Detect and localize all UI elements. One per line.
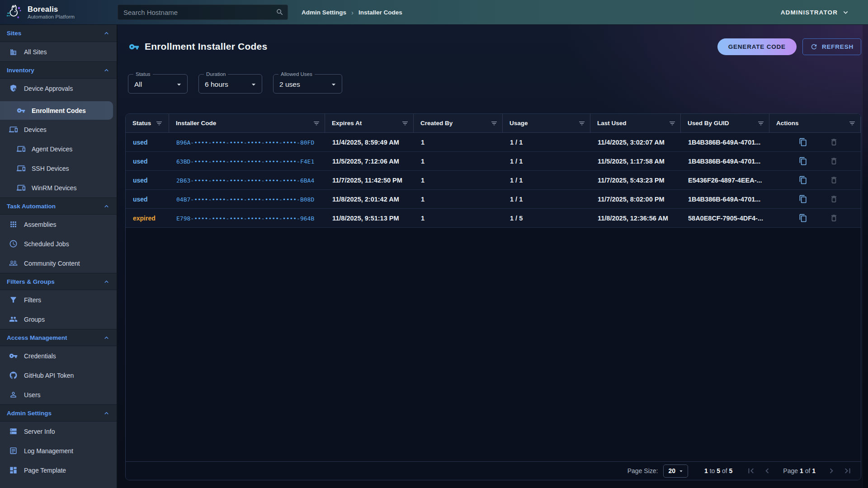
filter-lines-icon [401, 120, 409, 127]
created-by: 1 [414, 139, 503, 146]
table-row[interactable]: used2B63-••••-••••-••••-••••-••••-••••-6… [126, 171, 861, 190]
column-label: Status [132, 120, 151, 127]
sidebar-item-scheduled-jobs[interactable]: Scheduled Jobs [0, 234, 117, 253]
copy-code-button[interactable] [797, 194, 808, 205]
user-menu[interactable]: ADMINISTRATOR [781, 8, 868, 17]
table-row[interactable]: used63BD-••••-••••-••••-••••-••••-••••-F… [126, 152, 861, 171]
sidebar-item-assemblies[interactable]: Assemblies [0, 215, 117, 234]
next-page-button[interactable] [826, 466, 836, 476]
status-badge: expired [133, 215, 156, 222]
table-row[interactable]: usedB96A-••••-••••-••••-••••-••••-••••-8… [126, 133, 861, 152]
sidebar-item-log-management[interactable]: Log Management [0, 441, 117, 460]
sidebar-item-label: Device Approvals [24, 85, 73, 92]
duration-filter-select[interactable]: Duration 6 hours [198, 75, 262, 94]
sidebar-item-credentials[interactable]: Credentials [0, 346, 117, 366]
sidebar-item-community-content[interactable]: Community Content [0, 253, 117, 273]
used-by-guid: E5436F26-4897-4EEA-... [681, 177, 769, 184]
refresh-button[interactable]: REFRESH [802, 38, 861, 55]
breadcrumb-installer-codes[interactable]: Installer Codes [359, 9, 402, 16]
table-row[interactable]: used04B7-••••-••••-••••-••••-••••-••••-B… [126, 190, 861, 209]
page-header: Enrollment Installer Codes GENERATE CODE… [125, 38, 861, 55]
row-range-text: 1 to 5 of 5 [704, 467, 732, 474]
sidebar-item-winrm-devices[interactable]: WinRM Devices [0, 178, 117, 197]
column-header-actions[interactable]: Actions [769, 114, 861, 132]
sidebar-item-server-info[interactable]: Server Info [0, 422, 117, 441]
page-size-value: 20 [668, 467, 675, 474]
sidebar-section-label: Task Automation [7, 203, 56, 210]
sidebar-section-filters-groups[interactable]: Filters & Groups [0, 273, 117, 290]
sidebar-item-label: WinRM Devices [32, 184, 77, 192]
delete-code-button[interactable] [828, 213, 839, 224]
last-page-button[interactable] [843, 466, 853, 476]
filter-lines-icon [849, 120, 856, 127]
installer-code: E798-••••-••••-••••-••••-••••-••••-964B [176, 215, 314, 222]
column-label: Usage [509, 120, 528, 127]
trash-icon [830, 195, 838, 203]
column-header-created-by[interactable]: Created By [414, 114, 503, 132]
trash-icon [830, 214, 838, 222]
search-input[interactable] [118, 5, 288, 20]
devices-icon [17, 183, 25, 192]
installer-codes-table: StatusInstaller CodeExpires AtCreated By… [125, 113, 861, 480]
sidebar-item-label: Enrollment Codes [32, 107, 86, 114]
delete-code-button[interactable] [828, 175, 839, 186]
previous-page-button[interactable] [762, 466, 772, 476]
sidebar-item-device-approvals[interactable]: Device Approvals [0, 79, 117, 98]
filter-label: Status [133, 72, 153, 77]
expires-at: 11/4/2025, 8:59:49 AM [325, 139, 414, 146]
delete-code-button[interactable] [828, 194, 839, 205]
sidebar-item-label: Users [24, 391, 41, 399]
sidebar-item-agent-devices[interactable]: Agent Devices [0, 139, 117, 159]
sidebar-section-sites[interactable]: Sites [0, 25, 117, 42]
sidebar-section-label: Filters & Groups [7, 278, 55, 285]
copy-code-button[interactable] [797, 213, 808, 224]
column-header-installer-code[interactable]: Installer Code [169, 114, 325, 132]
sidebar-item-groups[interactable]: Groups [0, 310, 117, 329]
copy-code-button[interactable] [797, 175, 808, 186]
sidebar-item-users[interactable]: Users [0, 385, 117, 404]
sidebar-item-devices[interactable]: Devices [0, 120, 117, 139]
breadcrumb-admin-settings[interactable]: Admin Settings [302, 9, 346, 16]
sidebar-item-label: Filters [24, 296, 41, 304]
app-brand[interactable]: Borealis Automation Platform [0, 3, 118, 22]
column-header-used-by-guid[interactable]: Used By GUID [681, 114, 769, 132]
column-header-last-used[interactable]: Last Used [590, 114, 681, 132]
delete-code-button[interactable] [828, 137, 839, 148]
created-by: 1 [414, 196, 503, 203]
status-filter-select[interactable]: Status All [128, 75, 188, 94]
refresh-icon [810, 43, 818, 51]
sidebar-section-access-management[interactable]: Access Management [0, 329, 117, 346]
column-header-expires-at[interactable]: Expires At [325, 114, 414, 132]
caret-down-icon [175, 80, 184, 89]
sidebar-item-ssh-devices[interactable]: SSH Devices [0, 159, 117, 178]
filter-lines-icon [757, 120, 764, 127]
status-badge: used [133, 158, 148, 165]
status-badge: used [133, 177, 148, 184]
created-by: 1 [414, 177, 503, 184]
delete-code-button[interactable] [828, 156, 839, 167]
column-header-usage[interactable]: Usage [503, 114, 590, 132]
sidebar-section-task-automation[interactable]: Task Automation [0, 197, 117, 215]
sidebar-item-filters[interactable]: Filters [0, 290, 117, 310]
column-header-status[interactable]: Status [126, 114, 169, 132]
copy-code-button[interactable] [797, 137, 808, 148]
sidebar-item-all-sites[interactable]: All Sites [0, 42, 117, 61]
sidebar-section-admin-settings[interactable]: Admin Settings [0, 404, 117, 422]
sidebar-item-enrollment-codes[interactable]: Enrollment Codes [0, 101, 113, 120]
page-size-select[interactable]: 20 [663, 465, 688, 478]
sidebar-section-inventory[interactable]: Inventory [0, 61, 117, 79]
filter-lines-icon [156, 120, 163, 127]
filters-row: Status All Duration 6 hours Allowed Uses… [125, 72, 861, 94]
sidebar-item-github-api-token[interactable]: GitHub API Token [0, 366, 117, 385]
page-size-label: Page Size: [627, 467, 658, 474]
table-row[interactable]: expiredE798-••••-••••-••••-••••-••••-•••… [126, 209, 861, 228]
key-icon [9, 352, 18, 360]
allowed-uses-filter-select[interactable]: Allowed Uses 2 uses [273, 75, 342, 94]
first-page-button[interactable] [746, 466, 756, 476]
page-scrollbar[interactable] [862, 25, 868, 488]
sidebar-item-page-template[interactable]: Page Template [0, 460, 117, 480]
created-by: 1 [414, 215, 503, 222]
generate-code-button[interactable]: GENERATE CODE [717, 38, 797, 55]
copy-code-button[interactable] [797, 156, 808, 167]
filter-label: Duration [204, 72, 228, 77]
